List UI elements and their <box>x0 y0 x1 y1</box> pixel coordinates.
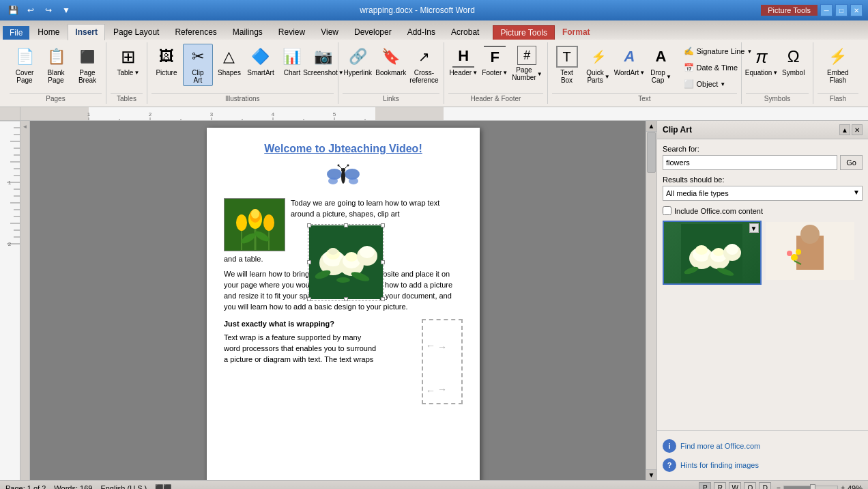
zoom-in-btn[interactable]: + <box>841 484 845 489</box>
undo-btn[interactable]: ↩ <box>23 3 38 18</box>
shapes-btn[interactable]: △ Shapes <box>214 44 244 79</box>
include-checkbox[interactable] <box>663 206 671 215</box>
clip-art-panel: Clip Art ▲ ✕ Search for: Go <box>656 121 868 480</box>
symbol-btn[interactable]: Ω Symbol <box>779 44 809 79</box>
go-button[interactable]: Go <box>840 155 863 170</box>
tab-home[interactable]: Home <box>30 24 67 40</box>
svg-rect-22 <box>20 107 676 121</box>
title-bar-left: 💾 ↩ ↪ ▼ <box>5 3 74 18</box>
sigline-icon: ✍ <box>684 46 695 57</box>
cover-page-btn[interactable]: 📄 CoverPage <box>10 44 40 86</box>
wordart-btn[interactable]: A WordArt ▼ <box>615 44 645 79</box>
tulip-image[interactable] <box>224 198 285 251</box>
doc-content-area: Today we are going to learn how to wrap … <box>224 198 463 376</box>
search-input[interactable] <box>663 155 837 170</box>
zoom-out-btn[interactable]: − <box>777 484 781 489</box>
scroll-down[interactable]: ▼ <box>646 469 656 480</box>
save-btn[interactable]: 💾 <box>5 3 20 18</box>
web-layout-btn[interactable]: W <box>729 482 741 490</box>
outline-btn[interactable]: O <box>744 482 756 490</box>
butterfly-clipart[interactable] <box>224 162 463 192</box>
svg-rect-89 <box>812 246 820 263</box>
crossref-btn[interactable]: ↗ Cross-reference <box>409 44 440 86</box>
result-item-2[interactable] <box>764 221 863 285</box>
textbox-icon: T <box>556 46 578 68</box>
svg-point-87 <box>800 225 820 244</box>
headerfooter-label: Header & Footer <box>448 93 542 102</box>
panel-float-btn[interactable]: ▲ <box>839 124 850 135</box>
page-break-btn[interactable]: ⬛ Page Break <box>72 44 102 86</box>
scroll-thumb[interactable] <box>647 132 656 173</box>
result-item-1[interactable]: ▼ <box>663 221 762 285</box>
full-reading-btn[interactable]: R <box>714 482 726 490</box>
quickparts-btn[interactable]: ⚡ QuickParts ▼ <box>583 44 613 86</box>
dropcap-btn[interactable]: A DropCap ▼ <box>646 44 676 86</box>
results-dropdown[interactable]: All media file types <box>663 186 863 201</box>
table-btn[interactable]: ⊞ Table ▼ <box>111 44 146 79</box>
minimize-btn[interactable]: ─ <box>820 4 833 16</box>
datetime-icon: 📅 <box>684 62 695 73</box>
dashed-placeholder: → → ← ← <box>422 319 463 404</box>
tab-file[interactable]: File <box>3 26 29 40</box>
svg-point-80 <box>713 248 724 256</box>
tab-references[interactable]: References <box>167 24 224 40</box>
customize-qat[interactable]: ▼ <box>59 3 74 18</box>
rose-image[interactable] <box>309 225 383 299</box>
embedflash-btn[interactable]: ⚡ Embed Flash <box>818 44 858 86</box>
redo-btn[interactable]: ↪ <box>41 3 56 18</box>
tab-view[interactable]: View <box>313 24 346 40</box>
svg-text:4: 4 <box>272 111 275 117</box>
equation-btn[interactable]: π Equation ▼ <box>746 44 777 79</box>
pagenumber-icon: # <box>517 46 536 65</box>
pagenumber-btn[interactable]: # PageNumber ▼ <box>511 44 542 83</box>
picture-tools-label: Picture Tools <box>761 5 818 16</box>
tab-insert[interactable]: Insert <box>68 24 105 40</box>
status-left: Page: 1 of 2 Words: 169 English (U.S.) ⬛… <box>5 484 171 490</box>
hints-link[interactable]: ? Hints for finding images <box>663 456 863 475</box>
pages-label: Pages <box>10 93 102 102</box>
tab-developer[interactable]: Developer <box>347 24 399 40</box>
zoom-slider[interactable] <box>783 486 838 490</box>
svg-point-77 <box>695 245 708 255</box>
tab-mailings[interactable]: Mailings <box>225 24 270 40</box>
zoom-thumb[interactable] <box>810 484 815 490</box>
svg-point-48 <box>338 165 340 167</box>
scroll-up[interactable]: ▲ <box>646 121 656 132</box>
svg-text:2: 2 <box>8 241 12 247</box>
tab-picturetools[interactable]: Picture Tools <box>493 25 554 40</box>
footer-btn[interactable]: F Footer ▼ <box>480 44 510 79</box>
smartart-btn[interactable]: 🔷 SmartArt <box>246 44 276 79</box>
illustrations-label: Illustrations <box>151 93 334 102</box>
tab-addins[interactable]: Add-Ins <box>400 24 443 40</box>
cover-page-icon: 📄 <box>14 46 35 68</box>
tab-acrobat[interactable]: Acrobat <box>444 24 487 40</box>
tab-format[interactable]: Format <box>555 24 598 40</box>
print-layout-btn[interactable]: P <box>699 482 711 490</box>
svg-text:3: 3 <box>210 111 214 117</box>
picture-btn[interactable]: 🖼 Picture <box>151 44 182 79</box>
doc-para3: Text wrap is a feature supported by many… <box>224 333 379 365</box>
close-btn[interactable]: ✕ <box>850 4 863 16</box>
tab-pagelayout[interactable]: Page Layout <box>106 24 167 40</box>
draft-btn[interactable]: D <box>759 482 771 490</box>
chart-icon: 📊 <box>281 46 303 68</box>
vertical-scrollbar[interactable]: ▲ ▼ <box>646 121 656 480</box>
find-more-link[interactable]: i Find more at Office.com <box>663 436 863 456</box>
svg-point-42 <box>328 178 338 184</box>
title-bar-title: wrapping.docx - Microsoft Word <box>360 5 475 15</box>
ribbon-group-text: T TextBox ⚡ QuickParts ▼ A WordArt ▼ <box>548 42 742 104</box>
doc-text: Today we are going to learn how to wrap … <box>291 198 463 220</box>
results-row: Results should be: All media file types … <box>663 176 863 201</box>
maximize-btn[interactable]: □ <box>835 4 848 16</box>
bookmark-btn[interactable]: 🔖 Bookmark <box>375 44 407 79</box>
blank-page-btn[interactable]: 📋 BlankPage <box>41 44 71 86</box>
panel-close-btn[interactable]: ✕ <box>852 124 863 135</box>
screenshot-btn[interactable]: 📷 Screenshot ▼ <box>308 44 338 79</box>
results-dropdown-wrapper: All media file types ▼ <box>663 186 863 201</box>
result-dropdown-1[interactable]: ▼ <box>749 223 759 233</box>
header-btn[interactable]: H Header ▼ <box>448 44 478 79</box>
textbox-btn[interactable]: T TextBox <box>552 44 582 86</box>
hyperlink-btn[interactable]: 🔗 Hyperlink <box>343 44 373 79</box>
clipart-btn[interactable]: ✂ ClipArt <box>183 44 213 86</box>
tab-review[interactable]: Review <box>271 24 313 40</box>
